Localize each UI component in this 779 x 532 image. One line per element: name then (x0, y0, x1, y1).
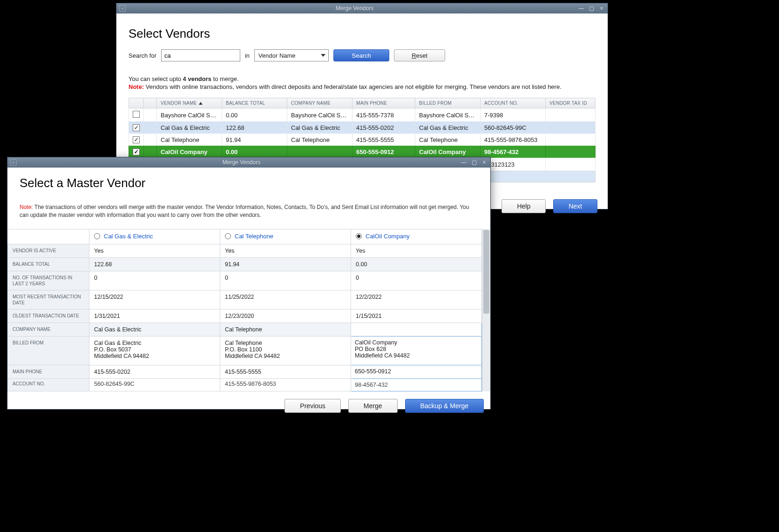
table-row[interactable]: CalOil Company0.00650-555-0912CalOil Com… (129, 146, 596, 158)
grid-cell: 1/31/2021 (89, 309, 220, 323)
col-vendor-name[interactable]: VENDOR NAME (157, 98, 222, 108)
col-billed-from[interactable]: BILLED FROM (415, 98, 481, 108)
grid-row: BILLED FROMCal Gas & Electric P.O. Box 5… (8, 336, 482, 365)
chevron-down-icon (321, 54, 325, 57)
grid-cell: 0 (89, 271, 220, 290)
eligibility-note: Note: Vendors with online transactions, … (129, 83, 596, 90)
grid-cell[interactable]: 650-555-0912 (351, 365, 482, 378)
row-label: OLDEST TRANSACTION DATE (8, 309, 89, 323)
grid-cell: 11/25/2022 (220, 290, 351, 309)
row-label: BILLED FROM (8, 336, 89, 365)
backup-merge-button[interactable]: Backup & Merge (405, 399, 484, 413)
grid-cell: 560-82645-99C (89, 378, 220, 391)
grid-cell: 12/15/2022 (89, 290, 220, 309)
grid-cell: 0.00 (351, 257, 482, 271)
previous-button[interactable]: Previous (285, 399, 340, 413)
help-button[interactable]: Help (501, 199, 546, 213)
grid-cell: Cal Telephone (220, 323, 351, 336)
col-company-name[interactable]: COMPANY NAME (287, 98, 352, 108)
minimize-icon[interactable]: — (578, 5, 584, 12)
grid-cell: Cal Telephone P.O. Box 1100 Middlefield … (220, 336, 351, 365)
search-field-value: Vendor Name (258, 52, 296, 59)
window-title: Merge Vendors (22, 159, 461, 166)
sort-asc-icon (199, 102, 203, 105)
grid-row: BALANCE TOTAL122.6891.940.00 (8, 257, 482, 271)
close-icon[interactable]: × (598, 5, 605, 12)
titlebar-back[interactable]: ▫ Merge Vendors — ▢ × (116, 3, 608, 13)
grid-cell: 415-555-9876-8053 (220, 378, 351, 391)
vendor-radio-0[interactable]: Cal Gas & Electric (89, 229, 220, 244)
row-label: ACCOUNT NO. (8, 378, 89, 391)
window-select-master-vendor: ▫ Merge Vendors — ▢ × Select a Master Ve… (7, 157, 491, 410)
maximize-icon[interactable]: ▢ (588, 5, 595, 12)
search-input[interactable] (161, 49, 240, 61)
select-limit-info: You can select upto 4 vendors to merge. (129, 75, 596, 82)
titlebar-front[interactable]: ▫ Merge Vendors — ▢ × (7, 157, 490, 168)
master-vendor-note: Note: The transactions of other vendors … (20, 203, 478, 220)
row-checkbox[interactable] (133, 136, 140, 143)
grid-cell: Cal Gas & Electric P.O. Box 5037 Middlef… (89, 336, 220, 365)
system-menu-icon[interactable]: ▫ (119, 5, 126, 12)
grid-cell: 415-555-0202 (89, 365, 220, 378)
system-menu-icon[interactable]: ▫ (10, 159, 17, 166)
col-vendor-tax-id[interactable]: VENDOR TAX ID (546, 98, 596, 108)
row-checkbox[interactable] (133, 124, 140, 131)
grid-row: MAIN PHONE415-555-0202415-555-5555650-55… (8, 365, 482, 378)
search-button[interactable]: Search (333, 49, 389, 61)
grid-row: OLDEST TRANSACTION DATE1/31/202112/23/20… (8, 309, 482, 323)
grid-cell: 0 (351, 271, 482, 290)
grid-row: MOST RECENT TRANSACTION DATE12/15/202211… (8, 290, 482, 309)
grid-cell: Yes (89, 244, 220, 257)
grid-row: NO. OF TRANSACTIONS IN LAST 2 YEARS000 (8, 271, 482, 290)
grid-row: ACCOUNT NO.560-82645-99C415-555-9876-805… (8, 378, 482, 391)
grid-cell: 122.68 (89, 257, 220, 271)
master-vendor-grid: Cal Gas & Electric Cal Telephone CalOil … (7, 229, 482, 391)
grid-cell: 1/15/2021 (351, 309, 482, 323)
maximize-icon[interactable]: ▢ (471, 159, 477, 166)
grid-cell: 0 (220, 271, 351, 290)
row-label: NO. OF TRANSACTIONS IN LAST 2 YEARS (8, 271, 89, 290)
grid-cell: Cal Gas & Electric (89, 323, 220, 336)
grid-cell: 415-555-5555 (220, 365, 351, 378)
row-label: COMPANY NAME (8, 323, 89, 336)
grid-row: COMPANY NAMECal Gas & ElectricCal Teleph… (8, 323, 482, 336)
col-main-phone[interactable]: MAIN PHONE (352, 98, 415, 108)
next-button[interactable]: Next (553, 199, 597, 213)
grid-cell: 12/2/2022 (351, 290, 482, 309)
table-row[interactable]: Bayshore CalOil Service0.00Bayshore CalO… (129, 108, 596, 122)
col-account-no[interactable]: ACCOUNT NO. (481, 98, 546, 108)
col-blank (144, 98, 157, 108)
vendor-radio-1[interactable]: Cal Telephone (220, 229, 351, 244)
row-label: BALANCE TOTAL (8, 257, 89, 271)
row-checkbox[interactable] (133, 111, 140, 118)
grid-cell[interactable]: 98-4567-432 (351, 378, 482, 391)
table-row[interactable]: Cal Gas & Electric122.68Cal Gas & Electr… (129, 121, 596, 134)
minimize-icon[interactable]: — (461, 159, 467, 166)
vendor-radio-2[interactable]: CalOil Company (351, 229, 482, 244)
grid-cell: Yes (220, 244, 351, 257)
in-label: in (245, 52, 250, 59)
page-title: Select a Master Vendor (20, 176, 482, 190)
row-checkbox[interactable] (133, 148, 140, 155)
col-balance-total[interactable]: BALANCE TOTAL (222, 98, 287, 108)
col-checkbox[interactable] (129, 98, 144, 108)
table-row[interactable]: Cal Telephone91.94Cal Telephone415-555-5… (129, 134, 596, 146)
row-label: MOST RECENT TRANSACTION DATE (8, 290, 89, 309)
merge-button[interactable]: Merge (348, 399, 398, 413)
vertical-scrollbar[interactable] (482, 229, 490, 391)
grid-cell: Yes (351, 244, 482, 257)
reset-button[interactable]: Reset (394, 49, 445, 61)
grid-cell[interactable] (351, 323, 482, 336)
window-title: Merge Vendors (131, 5, 578, 12)
row-label: VENDOR IS ACTIVE (8, 244, 89, 257)
scrollbar-thumb[interactable] (483, 230, 489, 314)
close-icon[interactable]: × (481, 159, 488, 166)
grid-cell[interactable]: CalOil Company PO Box 628 Middlefield CA… (351, 336, 482, 365)
grid-cell: 12/23/2020 (220, 309, 351, 323)
grid-cell: 91.94 (220, 257, 351, 271)
grid-row: VENDOR IS ACTIVEYesYesYes (8, 244, 482, 257)
search-field-select[interactable]: Vendor Name (254, 49, 329, 61)
row-label: MAIN PHONE (8, 365, 89, 378)
search-for-label: Search for (129, 52, 156, 59)
page-title: Select Vendors (129, 27, 596, 41)
